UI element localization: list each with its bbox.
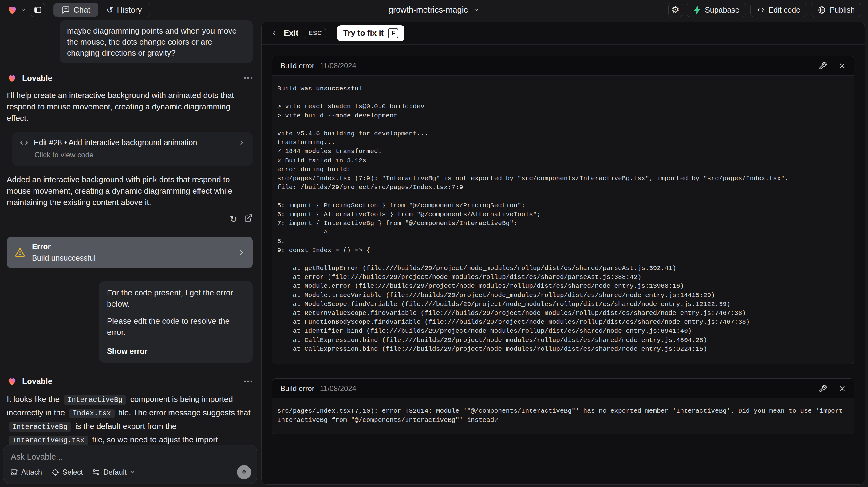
user-message-line: For the code present, I get the error be… xyxy=(107,287,245,309)
chat-bubble-icon xyxy=(62,6,70,14)
user-message: For the code present, I get the error be… xyxy=(99,281,253,363)
top-bar: Chat ↺ History growth-metrics-magic ⚙ Su… xyxy=(0,0,868,20)
chat-input-placeholder: Ask Lovable... xyxy=(11,452,249,462)
attach-button[interactable]: Attach xyxy=(10,468,42,477)
select-button[interactable]: Select xyxy=(51,468,83,477)
chat-input-panel[interactable]: Ask Lovable... Attach Select xyxy=(3,445,257,484)
f-key-badge: F xyxy=(388,28,398,38)
build-error-title: Build error xyxy=(280,61,314,70)
build-log: src/pages/Index.tsx(7,10): error TS2614:… xyxy=(277,406,846,425)
try-to-fix-button[interactable]: Try to fix it F xyxy=(337,25,404,41)
tab-chat[interactable]: Chat xyxy=(54,3,98,17)
inline-code: Index.tsx xyxy=(69,408,115,419)
assistant-header: Lovable xyxy=(7,376,253,386)
try-to-fix-label: Try to fix it xyxy=(343,28,383,38)
tab-chat-label: Chat xyxy=(73,5,90,15)
crosshair-icon xyxy=(51,468,59,476)
mode-label: Default xyxy=(103,468,127,477)
build-error-panel-header: Build error 11/08/2024 xyxy=(272,379,854,398)
external-link-icon xyxy=(244,214,253,222)
lovable-heart-icon xyxy=(7,5,18,15)
lovable-logo-menu[interactable] xyxy=(7,5,26,15)
close-error-button[interactable] xyxy=(838,385,846,392)
build-error-panel: Build error 11/08/2024 xyxy=(272,56,854,364)
ellipsis-icon xyxy=(243,379,253,383)
close-error-button[interactable] xyxy=(838,62,846,69)
inline-code: InteractiveBg xyxy=(9,422,71,432)
project-switcher[interactable]: growth-metrics-magic xyxy=(389,5,479,15)
panel-left-icon xyxy=(34,6,42,14)
publish-label: Publish xyxy=(830,5,855,14)
tab-history[interactable]: ↺ History xyxy=(98,3,150,17)
chat-history-tabs: Chat ↺ History xyxy=(54,3,150,17)
exit-label: Exit xyxy=(284,28,299,38)
show-error-link[interactable]: Show error xyxy=(107,345,245,357)
chevron-left-icon xyxy=(271,30,278,37)
exit-button[interactable]: Exit ESC xyxy=(271,28,326,38)
fix-wrench-button[interactable] xyxy=(819,385,827,393)
message-menu-button[interactable] xyxy=(243,76,253,80)
globe-icon xyxy=(817,6,826,14)
edit-card-28[interactable]: Edit #28 • Add interactive background an… xyxy=(12,132,253,166)
settings-button[interactable]: ⚙ xyxy=(668,3,682,17)
wrench-icon xyxy=(819,62,827,70)
attach-image-icon xyxy=(10,468,18,476)
assistant-paragraph: Added an interactive background with pin… xyxy=(7,174,253,208)
lovable-avatar xyxy=(7,73,17,83)
build-error-date: 11/08/2024 xyxy=(320,384,356,393)
app-window: Chat ↺ History growth-metrics-magic ⚙ Su… xyxy=(0,0,868,487)
retry-button[interactable]: ↻ xyxy=(229,214,237,224)
supabase-label: Supabase xyxy=(705,5,740,14)
sliders-icon xyxy=(92,468,100,476)
attach-label: Attach xyxy=(21,468,42,477)
edit-code-label: Edit code xyxy=(768,5,800,14)
gear-icon: ⚙ xyxy=(671,5,680,14)
chevron-down-icon xyxy=(130,469,135,475)
arrow-up-icon xyxy=(240,468,248,476)
open-preview-button[interactable] xyxy=(244,214,253,224)
warning-triangle-icon xyxy=(14,247,26,258)
edit-code-button[interactable]: Edit code xyxy=(750,3,807,17)
inline-code: InteractiveBg xyxy=(64,395,126,405)
publish-button[interactable]: Publish xyxy=(811,3,861,17)
code-icon xyxy=(757,6,765,14)
error-card-subtitle: Build unsuccessful xyxy=(32,254,96,263)
assistant-paragraph: I'll help create an interactive backgrou… xyxy=(7,90,253,124)
assistant-header: Lovable xyxy=(7,73,253,83)
error-card-title: Error xyxy=(32,242,96,251)
chevron-down-icon xyxy=(20,7,26,13)
message-actions: ↻ xyxy=(7,214,253,224)
chevron-right-icon xyxy=(238,139,245,146)
assistant-name: Lovable xyxy=(22,73,52,83)
build-error-card[interactable]: Error Build unsuccessful xyxy=(7,237,253,268)
sidebar-toggle-button[interactable] xyxy=(31,3,45,17)
chevron-right-icon xyxy=(237,248,245,256)
ellipsis-icon xyxy=(243,76,253,80)
build-error-date: 11/08/2024 xyxy=(320,61,356,70)
tab-history-label: History xyxy=(117,5,142,15)
supabase-button[interactable]: Supabase xyxy=(687,3,746,17)
inline-code: InteractiveBg.tsx xyxy=(9,436,88,446)
close-icon xyxy=(838,385,846,392)
chevron-down-icon xyxy=(473,7,479,13)
send-button[interactable] xyxy=(237,465,251,479)
message-menu-button[interactable] xyxy=(243,379,253,383)
history-icon: ↺ xyxy=(106,6,114,14)
build-error-title: Build error xyxy=(280,384,314,393)
error-viewer-header: Exit ESC Try to fix it F xyxy=(261,22,865,44)
build-error-panel-header: Build error 11/08/2024 xyxy=(272,56,854,75)
user-message-line: Please edit the code to resolve the erro… xyxy=(107,315,245,338)
wrench-icon xyxy=(819,385,827,393)
assistant-name: Lovable xyxy=(22,377,52,386)
fix-wrench-button[interactable] xyxy=(819,62,827,70)
refresh-icon: ↻ xyxy=(229,214,237,224)
close-icon xyxy=(838,62,846,69)
mode-dropdown[interactable]: Default xyxy=(92,468,135,477)
error-viewer-panel: Exit ESC Try to fix it F Build error 11/… xyxy=(261,22,865,485)
edit-card-title: Edit #28 • Add interactive background an… xyxy=(34,138,197,147)
edit-card-subtitle: Click to view code xyxy=(34,151,245,159)
esc-key-badge: ESC xyxy=(305,28,326,38)
lovable-avatar xyxy=(7,376,17,386)
chat-panel: maybe diagramming points and when you mo… xyxy=(0,20,261,487)
user-message: maybe diagramming points and when you mo… xyxy=(60,20,253,63)
